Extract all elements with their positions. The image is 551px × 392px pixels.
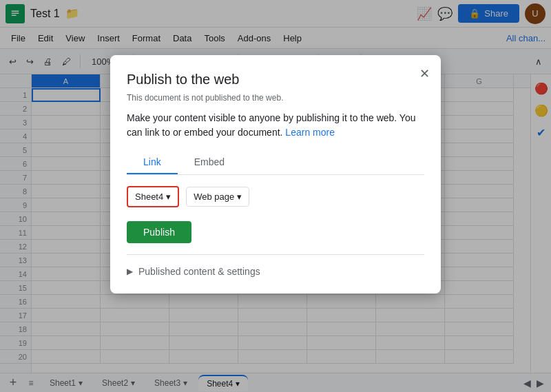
format-selector-arrow: ▾ (237, 192, 242, 202)
published-settings-label: Published content & settings (138, 266, 260, 277)
modal-divider (127, 254, 424, 255)
modal-title: Publish to the web (127, 72, 424, 87)
format-selector-value: Web page (194, 192, 234, 202)
modal-desc-text: Make your content visible to anyone by p… (127, 112, 416, 138)
modal-close-button[interactable]: ✕ (419, 66, 430, 81)
modal-tabs: Link Embed (127, 151, 424, 175)
format-selector-dropdown[interactable]: Web page ▾ (186, 187, 249, 207)
sheet-selector-value: Sheet4 (135, 192, 163, 202)
tab-link[interactable]: Link (127, 151, 178, 174)
modal-description: Make your content visible to anyone by p… (127, 111, 424, 140)
learn-more-link[interactable]: Learn more (285, 127, 335, 138)
modal-controls: Sheet4 ▾ Web page ▾ (127, 186, 424, 207)
sheet-selector-dropdown[interactable]: Sheet4 ▾ (127, 186, 179, 207)
modal-overlay: ✕ Publish to the web This document is no… (0, 0, 551, 392)
chevron-right-icon: ▶ (127, 267, 133, 276)
sheet-selector-arrow: ▾ (166, 192, 171, 202)
modal-subtitle: This document is not published to the we… (127, 93, 424, 103)
tab-embed[interactable]: Embed (178, 151, 241, 174)
publish-modal: ✕ Publish to the web This document is no… (110, 55, 441, 293)
published-settings[interactable]: ▶ Published content & settings (127, 266, 424, 277)
publish-button[interactable]: Publish (127, 221, 191, 243)
